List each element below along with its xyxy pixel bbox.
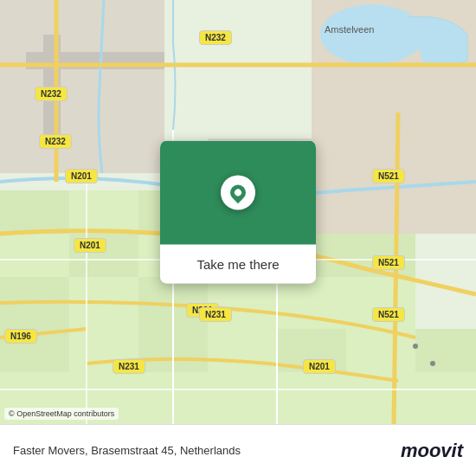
card-map-area [160, 141, 316, 245]
road-label-n231: N231 [199, 307, 232, 322]
road-label-n232-top: N232 [199, 30, 232, 45]
footer: Faster Movers, Brasemstraat 45, Netherla… [0, 424, 476, 476]
road-label-n196: N196 [4, 329, 37, 344]
svg-point-32 [413, 344, 418, 349]
city-label-amstelveen: Amstelveen [325, 24, 374, 35]
moovit-logo-text: moovit [401, 440, 463, 462]
road-label-n232-mid: N232 [39, 134, 72, 149]
footer-location-text: Faster Movers, Brasemstraat 45, Netherla… [13, 444, 241, 457]
pin-inner [227, 182, 248, 203]
svg-rect-17 [0, 320, 69, 372]
road-label-n521-top: N521 [372, 169, 405, 183]
moovit-logo: moovit [401, 440, 463, 462]
svg-rect-5 [69, 190, 138, 234]
svg-rect-3 [0, 234, 69, 277]
svg-rect-26 [0, 0, 164, 173]
svg-rect-4 [0, 277, 69, 320]
svg-rect-7 [69, 277, 138, 320]
road-label-n201-top: N201 [65, 169, 98, 183]
svg-point-33 [430, 361, 435, 366]
road-label-n232-left: N232 [35, 87, 68, 101]
road-label-n201-bot2: N201 [303, 359, 336, 374]
road-label-n521-mid: N521 [372, 255, 405, 270]
pin-icon [221, 176, 255, 210]
svg-point-31 [320, 4, 424, 65]
map-container: N232 N232 N232 N201 N201 N201 N201 N521 … [0, 0, 476, 424]
take-me-there-button[interactable]: Take me there [160, 245, 316, 284]
location-card: Take me there [160, 141, 316, 284]
svg-rect-2 [0, 190, 69, 234]
road-label-n201-mid: N201 [74, 238, 106, 253]
road-label-n231-bot: N231 [113, 359, 145, 374]
osm-attribution: © OpenStreetMap contributors [4, 408, 119, 420]
road-label-n521-bot: N521 [372, 307, 405, 322]
